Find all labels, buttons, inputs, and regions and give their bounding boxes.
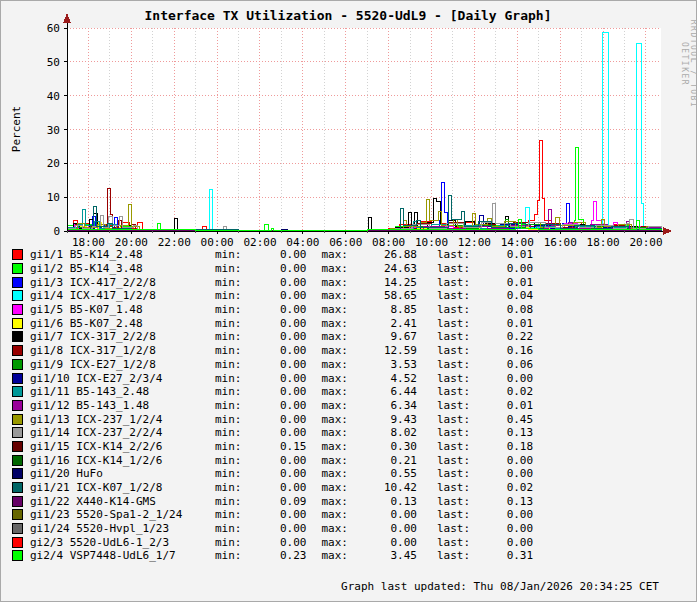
legend-row: gi1/11 B5-143_2.48 min: 0.00 max: 6.44 l… <box>1 385 697 399</box>
legend-min-label: min: <box>215 289 242 302</box>
legend-max-label: max: <box>322 536 349 549</box>
legend-row: gi1/22 X440-K14-GMS min: 0.09 max: 0.13 … <box>1 494 697 508</box>
legend-last-value: 0.45 <box>470 413 533 426</box>
legend-interface-label: gi1/5 B5-K07_1.48 <box>30 303 215 316</box>
legend-min-label: min: <box>215 508 242 521</box>
legend-min-value: 0.00 <box>242 508 307 521</box>
legend-interface-label: gi1/14 ICX-237_2/2/4 <box>30 426 215 439</box>
legend-min-value: 0.00 <box>242 276 307 289</box>
legend-max-value: 0.55 <box>348 467 417 480</box>
legend-max-value: 10.42 <box>348 481 417 494</box>
y-tick-label: 30 <box>47 124 60 137</box>
legend-max-value: 6.44 <box>348 385 417 398</box>
legend-row: gi1/23 5520-Spa1-2_1/24 min: 0.00 max: 0… <box>1 508 697 522</box>
legend-color-swatch <box>12 263 23 274</box>
y-tick-label: 60 <box>47 22 60 35</box>
legend-interface-label: gi1/16 ICX-K14_1/2/6 <box>30 454 215 467</box>
legend-row: gi1/16 ICX-K14_1/2/6 min: 0.00 max: 0.21… <box>1 453 697 467</box>
legend-row: gi1/13 ICX-237_1/2/4 min: 0.00 max: 9.43… <box>1 412 697 426</box>
legend-last-value: 0.06 <box>470 358 533 371</box>
legend-last-value: 0.02 <box>470 481 533 494</box>
legend-row: gi1/3 ICX-417_2/2/8 min: 0.00 max: 14.25… <box>1 275 697 289</box>
legend-min-label: min: <box>215 495 242 508</box>
legend-last-value: 0.00 <box>470 536 533 549</box>
legend-last-label: last: <box>437 440 470 453</box>
legend-color-swatch <box>12 537 23 548</box>
y-tick-label: 20 <box>47 157 60 170</box>
legend-color-swatch <box>12 277 23 288</box>
legend-interface-label: gi1/22 X440-K14-GMS <box>30 495 215 508</box>
legend-min-value: 0.09 <box>242 495 307 508</box>
legend-max-value: 0.30 <box>348 440 417 453</box>
legend-max-label: max: <box>322 358 349 371</box>
legend-min-value: 0.00 <box>242 481 307 494</box>
legend-row: gi1/7 ICX-317_2/2/8 min: 0.00 max: 9.67 … <box>1 330 697 344</box>
legend-row: gi1/24 5520-Hvpl_1/23 min: 0.00 max: 0.0… <box>1 522 697 536</box>
legend-min-label: min: <box>215 344 242 357</box>
legend-interface-label: gi1/6 B5-K07_2.48 <box>30 317 215 330</box>
legend-interface-label: gi1/3 ICX-417_2/2/8 <box>30 276 215 289</box>
legend-last-label: last: <box>437 303 470 316</box>
legend-color-swatch <box>12 468 23 479</box>
legend-min-label: min: <box>215 262 242 275</box>
legend-row: gi1/10 ICX-E27_2/3/4 min: 0.00 max: 4.52… <box>1 371 697 385</box>
legend-interface-label: gi1/4 ICX-417_1/2/8 <box>30 289 215 302</box>
legend-row: gi1/9 ICX-E27_1/2/8 min: 0.00 max: 3.53 … <box>1 358 697 372</box>
legend-min-label: min: <box>215 372 242 385</box>
legend-max-label: max: <box>322 522 349 535</box>
legend-max-label: max: <box>322 413 349 426</box>
legend-interface-label: gi1/12 B5-143_1.48 <box>30 399 215 412</box>
legend-min-value: 0.00 <box>242 344 307 357</box>
legend-min-label: min: <box>215 358 242 371</box>
legend-interface-label: gi2/4 VSP7448-UdL6_1/7 <box>30 549 215 562</box>
legend-interface-label: gi1/7 ICX-317_2/2/8 <box>30 330 215 343</box>
legend-min-label: min: <box>215 276 242 289</box>
legend-last-value: 0.00 <box>470 467 533 480</box>
legend-max-label: max: <box>322 549 349 562</box>
utilization-chart: 18:0020:0022:0000:0002:0004:0006:0008:00… <box>1 1 697 251</box>
legend-color-swatch <box>12 318 23 329</box>
legend-max-label: max: <box>322 508 349 521</box>
legend-row: gi1/15 ICX-K14_2/2/6 min: 0.15 max: 0.30… <box>1 440 697 454</box>
legend-last-value: 0.00 <box>470 508 533 521</box>
legend-last-value: 0.13 <box>470 426 533 439</box>
legend-last-label: last: <box>437 536 470 549</box>
legend-max-value: 8.85 <box>348 303 417 316</box>
legend-last-label: last: <box>437 413 470 426</box>
legend-last-label: last: <box>437 289 470 302</box>
legend-color-swatch <box>12 386 23 397</box>
legend-color-swatch <box>12 290 23 301</box>
legend-interface-label: gi1/20 HuFo <box>30 467 215 480</box>
legend-min-value: 0.23 <box>242 549 307 562</box>
legend-max-value: 3.45 <box>348 549 417 562</box>
legend-color-swatch <box>12 414 23 425</box>
legend-interface-label: gi1/1 B5-K14_2.48 <box>30 248 215 261</box>
legend-color-swatch <box>12 441 23 452</box>
legend-min-label: min: <box>215 399 242 412</box>
legend-max-label: max: <box>322 399 349 412</box>
legend-interface-label: gi1/2 B5-K14_3.48 <box>30 262 215 275</box>
legend-last-label: last: <box>437 358 470 371</box>
legend-last-value: 0.13 <box>470 495 533 508</box>
legend-last-value: 0.00 <box>470 454 533 467</box>
legend-max-value: 9.43 <box>348 413 417 426</box>
rrd-graph-image: Interface TX Utilization - 5520-UdL9 - [… <box>0 0 697 602</box>
x-axis-arrow-icon <box>663 227 672 235</box>
legend-color-swatch <box>12 509 23 520</box>
legend-color-swatch <box>12 304 23 315</box>
legend-color-swatch <box>12 345 23 356</box>
legend-last-label: last: <box>437 276 470 289</box>
y-tick-label: 50 <box>47 56 60 69</box>
legend: gi1/1 B5-K14_2.48 min: 0.00 max: 26.88 l… <box>1 248 697 563</box>
legend-interface-label: gi1/8 ICX-317_1/2/8 <box>30 344 215 357</box>
legend-max-label: max: <box>322 385 349 398</box>
legend-max-label: max: <box>322 317 349 330</box>
legend-last-value: 0.22 <box>470 330 533 343</box>
legend-max-value: 26.88 <box>348 248 417 261</box>
legend-min-label: min: <box>215 426 242 439</box>
legend-min-label: min: <box>215 454 242 467</box>
legend-min-value: 0.00 <box>242 467 307 480</box>
legend-last-value: 0.00 <box>470 262 533 275</box>
legend-last-value: 0.16 <box>470 344 533 357</box>
legend-last-label: last: <box>437 549 470 562</box>
